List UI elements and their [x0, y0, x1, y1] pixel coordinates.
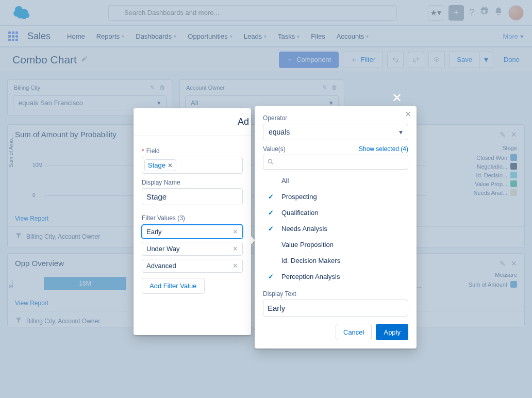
value-option-qualification[interactable]: ✓Qualification: [263, 205, 408, 221]
filter-value-early[interactable]: Early✕: [142, 225, 243, 239]
chevron-down-icon: ▾: [399, 128, 403, 136]
close-popover-icon[interactable]: ✕: [405, 109, 411, 119]
value-option-value-proposition[interactable]: Value Proposition: [263, 237, 408, 253]
check-icon: ✓: [268, 273, 276, 280]
value-option-all[interactable]: All: [263, 173, 408, 189]
field-pill-input[interactable]: Stage ✕: [142, 157, 243, 174]
add-filter-value-button[interactable]: Add Filter Value: [142, 278, 205, 294]
add-filter-dialog: Ad *Field Stage ✕ Display Name Filter Va…: [134, 108, 251, 335]
modal-close-icon[interactable]: ✕: [392, 91, 402, 105]
display-text-label: Display Text: [263, 290, 408, 297]
operator-label: Operator: [263, 114, 408, 122]
value-option-id-decision-makers[interactable]: Id. Decision Makers: [263, 253, 408, 269]
search-icon: [267, 158, 274, 168]
value-option-perception-analysis[interactable]: ✓Perception Analysis: [263, 269, 408, 285]
value-picker-popover: ✕ Operator equals ▾ Value(s) Show select…: [255, 106, 417, 349]
remove-pill-icon[interactable]: ✕: [168, 162, 173, 169]
check-icon: ✓: [268, 193, 276, 201]
remove-value-icon[interactable]: ✕: [232, 262, 238, 270]
apply-button[interactable]: Apply: [376, 324, 408, 340]
check-icon: ✓: [268, 209, 276, 217]
display-text-input[interactable]: [263, 300, 408, 317]
remove-value-icon[interactable]: ✕: [232, 228, 238, 236]
show-selected-link[interactable]: Show selected (4): [359, 145, 408, 153]
svg-line-4: [272, 163, 273, 164]
field-label: *Field: [142, 147, 243, 155]
filter-value-advanced[interactable]: Advanced✕: [142, 259, 243, 273]
filter-value-underway[interactable]: Under Way✕: [142, 242, 243, 256]
filter-values-label: Filter Values (3): [142, 214, 243, 222]
check-icon: ✓: [268, 225, 276, 233]
values-listbox[interactable]: All ✓Prospecting ✓Qualification ✓Needs A…: [263, 173, 408, 288]
value-option-prospecting[interactable]: ✓Prospecting: [263, 189, 408, 205]
value-option-needs-analysis[interactable]: ✓Needs Analysis: [263, 221, 408, 237]
dialog-title: Ad: [134, 108, 251, 136]
values-label: Value(s): [263, 145, 286, 153]
cancel-button[interactable]: Cancel: [336, 324, 372, 340]
remove-value-icon[interactable]: ✕: [232, 245, 238, 253]
operator-select[interactable]: equals ▾: [263, 124, 408, 140]
values-search-input[interactable]: [263, 155, 408, 170]
display-name-input[interactable]: [142, 188, 243, 205]
field-pill[interactable]: Stage ✕: [144, 159, 176, 171]
svg-point-3: [268, 159, 272, 163]
display-name-label: Display Name: [142, 179, 243, 186]
